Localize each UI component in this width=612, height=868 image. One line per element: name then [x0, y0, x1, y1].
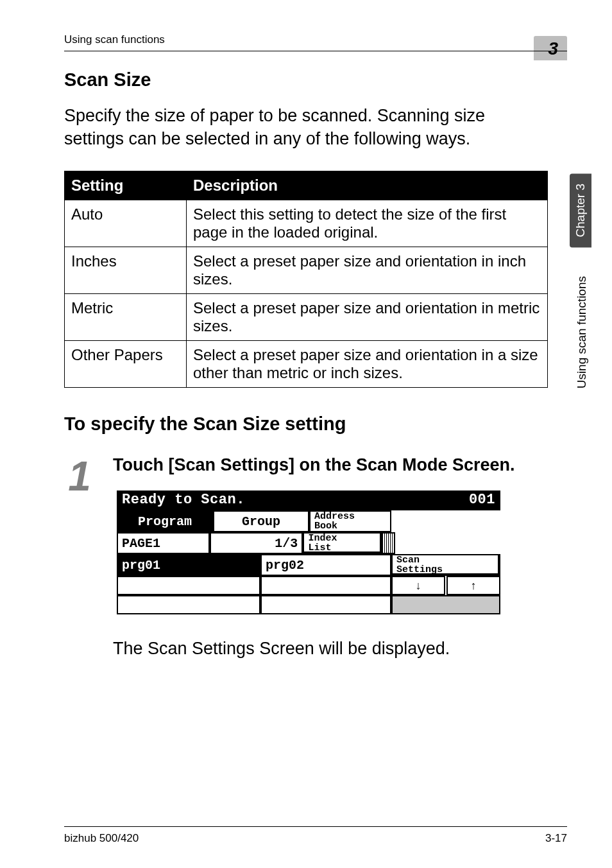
subsection-title: To specify the Scan Size setting: [64, 413, 548, 435]
footer-page: 3-17: [545, 832, 567, 845]
cell-desc: Select this setting to detect the size o…: [187, 200, 548, 247]
cell-setting: Auto: [65, 200, 187, 247]
tab-address-line1: Address: [314, 512, 355, 521]
running-header-left: Using scan functions: [64, 33, 165, 46]
arrow-down-icon: ↓: [416, 579, 421, 593]
step-result-text: The Scan Settings Screen will be display…: [113, 639, 548, 659]
lcd-disabled-area: [391, 595, 500, 614]
table-row: Metric Select a preset paper size and or…: [65, 294, 548, 341]
section-title: Scan Size: [64, 69, 548, 91]
section-lead: Specify the size of paper to be scanned.…: [64, 105, 548, 150]
lcd-page-label: PAGE1: [117, 532, 210, 554]
scan-settings-line1: Scan: [396, 555, 420, 565]
index-line2: List: [308, 543, 331, 553]
scroll-handle-icon[interactable]: [381, 532, 395, 554]
th-description: Description: [187, 171, 548, 200]
cell-setting: Metric: [65, 294, 187, 341]
scan-settings-line2: Settings: [396, 565, 443, 575]
cell-desc: Select a preset paper size and orientati…: [187, 294, 548, 341]
program-prg01[interactable]: prg01: [117, 554, 260, 576]
lcd-status: Ready to Scan.: [122, 492, 245, 508]
arrow-up-icon: ↑: [471, 579, 477, 593]
tab-group[interactable]: Group: [213, 510, 309, 532]
tab-address-book[interactable]: Address Book: [309, 510, 391, 532]
lcd-screenshot: Ready to Scan. 001 Program Group Address…: [117, 490, 500, 614]
footer-model: bizhub 500/420: [64, 832, 139, 845]
step-instruction: Touch [Scan Settings] on the Scan Mode S…: [113, 454, 548, 476]
program-slot-empty[interactable]: [260, 595, 391, 614]
table-row: Other Papers Select a preset paper size …: [65, 341, 548, 388]
tab-address-line2: Book: [314, 521, 337, 531]
table-row: Inches Select a preset paper size and or…: [65, 247, 548, 294]
program-prg02[interactable]: prg02: [260, 554, 391, 576]
program-slot-empty[interactable]: [117, 576, 260, 595]
cell-desc: Select a preset paper size and orientati…: [187, 247, 548, 294]
tab-program[interactable]: Program: [117, 510, 213, 532]
table-row: Auto Select this setting to detect the s…: [65, 200, 548, 247]
side-tab-chapter: Chapter 3: [570, 173, 591, 247]
chapter-badge: 3: [534, 36, 567, 60]
program-slot-empty[interactable]: [260, 576, 391, 595]
lcd-jobnum: 001: [469, 492, 495, 508]
program-slot-empty[interactable]: [117, 595, 260, 614]
scan-settings-button[interactable]: Scan Settings: [391, 554, 500, 576]
step-number: 1: [64, 460, 95, 493]
lcd-page-count: 1/3: [210, 532, 303, 554]
settings-table: Setting Description Auto Select this set…: [64, 171, 548, 388]
cell-desc: Select a preset paper size and orientati…: [187, 341, 548, 388]
side-tab-section: Using scan functions: [575, 276, 589, 388]
cell-setting: Other Papers: [65, 341, 187, 388]
lcd-spacer: [395, 532, 500, 554]
index-list-button[interactable]: Index List: [303, 532, 382, 554]
th-setting: Setting: [65, 171, 187, 200]
arrow-up-button[interactable]: ↑: [446, 576, 500, 595]
cell-setting: Inches: [65, 247, 187, 294]
index-line1: Index: [308, 534, 337, 543]
lcd-spacer: [391, 510, 500, 532]
arrow-down-button[interactable]: ↓: [391, 576, 445, 595]
chapter-number: 3: [548, 39, 558, 58]
